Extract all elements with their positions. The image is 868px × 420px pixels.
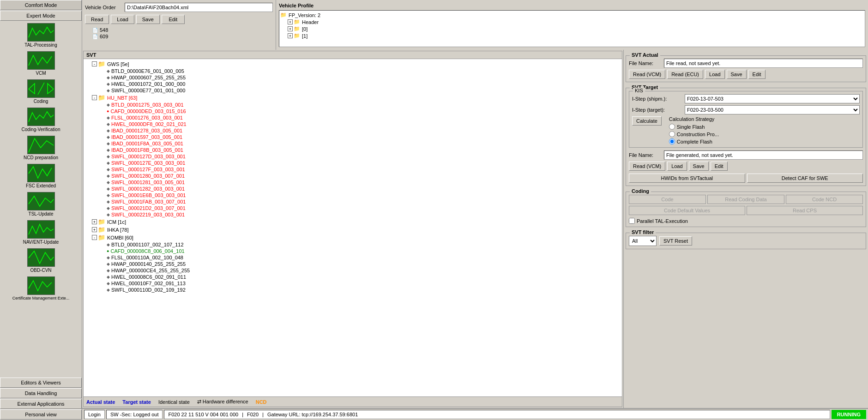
hunbt-swfl9[interactable]: ◆ SWFL_000021D2_003_007_001 (84, 205, 621, 211)
read-coding-data-btn[interactable]: Read Coding Data (707, 195, 784, 204)
sidebar-item-coding-verification[interactable]: Coding-Verification (0, 106, 82, 134)
sidebar-item-tsl-update[interactable]: TSL-Update (0, 190, 82, 218)
svt-target-save-btn[interactable]: Save (689, 162, 709, 171)
vehicle-order-input[interactable] (125, 3, 273, 12)
kombi-hwel2[interactable]: ◆ HWEL_000010F7_002_091_113 (84, 280, 621, 287)
gws-hwel[interactable]: ◆ HWEL_00001072_001_000_000 (84, 81, 621, 87)
header-expand[interactable]: + (288, 19, 293, 24)
svt-actual-save-btn[interactable]: Save (727, 70, 747, 79)
calculate-btn[interactable]: Calculate (632, 116, 662, 126)
svt-target-load-btn[interactable]: Load (667, 162, 687, 171)
legend-identical-state: Identical state (158, 399, 190, 405)
detect-caf-btn[interactable]: Detect CAF for SWE (747, 174, 863, 183)
svt-actual-edit-btn[interactable]: Edit (748, 70, 766, 79)
kombi-node[interactable]: - 📁 KOMBI [60] (84, 234, 621, 241)
svt-filter-select[interactable]: All (629, 236, 657, 246)
kombi-swfl[interactable]: ◆ SWFL_0000110D_002_109_192 (84, 287, 621, 293)
hunbt-swfl10[interactable]: ◆ SWFL_00002219_003_003_001 (84, 211, 621, 218)
construction-pro-radio[interactable]: Construction Pro... (669, 131, 719, 137)
save-btn[interactable]: Save (136, 15, 160, 24)
kombi-cafd[interactable]: ● CAFD_000008C8_006_004_101 (84, 248, 621, 254)
svt-actual-filename-input[interactable] (664, 59, 863, 68)
svt-tree[interactable]: - 📁 GWS [5e] ◆ BTLD_00000E76_001_000_005… (83, 59, 622, 397)
hunbt-ibad1[interactable]: ◆ IBAD_00001278_003_005_001 (84, 127, 621, 134)
parallel-tal-checkbox[interactable] (629, 218, 635, 224)
hunbt-swfl4[interactable]: ◆ SWFL_00001280_003_007_001 (84, 173, 621, 179)
hunbt-ibad2[interactable]: ◆ IBAD_00001597_003_005_001 (84, 134, 621, 140)
sidebar-item-vcm[interactable]: VCM (0, 49, 82, 78)
legend-target-state[interactable]: Target state (122, 399, 151, 405)
data-handling-btn[interactable]: Data Handling (0, 388, 82, 398)
istep-shipm-select[interactable]: F020-13-07-503 (685, 94, 860, 103)
hunbt-cafd[interactable]: ● CAFD_00000DED_003_015_016 (84, 108, 621, 114)
kombi-flsl[interactable]: ◆ FLSL_0000110A_002_100_048 (84, 254, 621, 261)
gws-node[interactable]: - 📁 GWS [5e] (84, 60, 621, 68)
gws-expand[interactable]: - (92, 61, 97, 66)
hunbt-flsl-label: FLSL_00001276_003_003_001 (111, 115, 183, 120)
hunbt-flsl[interactable]: ◆ FLSL_00001276_003_003_001 (84, 114, 621, 121)
read-btn[interactable]: Read (85, 15, 109, 24)
istep-target-select[interactable]: F020-23-03-500 (685, 105, 860, 114)
external-apps-btn[interactable]: External Applications (0, 399, 82, 409)
single-flash-radio[interactable]: Single Flash (669, 124, 719, 130)
comfort-mode-btn[interactable]: Comfort Mode (0, 0, 82, 10)
ihka-node[interactable]: + 📁 IHKA [78] (84, 226, 621, 234)
complete-flash-radio[interactable]: Complete Flash (669, 138, 719, 144)
hunbt-swfl2[interactable]: ◆ SWFL_0000127E_003_003_001 (84, 160, 621, 166)
kombi-hwel1[interactable]: ◆ HWEL_000008C6_002_091_011 (84, 274, 621, 280)
kombi-hwap1[interactable]: ◆ HWAP_00000140_255_255_255 (84, 261, 621, 267)
hunbt-hwel[interactable]: ◆ HWEL_00000DF8_002_021_021 (84, 121, 621, 127)
svt-target-edit-btn[interactable]: Edit (711, 162, 728, 171)
load-btn[interactable]: Load (111, 15, 134, 24)
gws-swfl[interactable]: ◆ SWFL_00000E77_001_001_000 (84, 87, 621, 94)
svt-actual-load-btn[interactable]: Load (705, 70, 724, 79)
sidebar-item-obd-cvn[interactable]: OBD-CVN (0, 246, 82, 275)
svt-target-filename-input[interactable] (664, 150, 863, 160)
expert-mode-btn[interactable]: Expert Mode (0, 11, 82, 21)
hunbt-btld[interactable]: ◆ BTLD_00001275_003_003_001 (84, 102, 621, 108)
sidebar-item-cert-mgmt[interactable]: Certificate Management Exte... (0, 275, 82, 302)
edit-btn[interactable]: Edit (162, 15, 185, 24)
code-default-values-btn[interactable]: Code Default Values (629, 206, 745, 215)
sidebar-item-coding[interactable]: Coding (0, 78, 82, 106)
sidebar-item-ncd-preparation[interactable]: NCD preparation (0, 134, 82, 162)
coding-buttons-row1: Code Read Coding Data Code NCD (629, 195, 863, 204)
svt-reset-btn[interactable]: SVT Reset (659, 236, 692, 246)
hunbt-expand[interactable]: - (92, 95, 97, 100)
item0-expand[interactable]: + (288, 26, 293, 31)
hunbt-swfl6[interactable]: ◆ SWFL_00001282_003_003_001 (84, 186, 621, 192)
legend-actual-state[interactable]: Actual state (86, 399, 115, 405)
read-cps-btn[interactable]: Read CPS (747, 206, 863, 215)
sidebar-item-tal-processing[interactable]: TAL-Processing (0, 21, 82, 49)
hunbt-swfl7[interactable]: ◆ SWFL_00001E6B_003_003_001 (84, 192, 621, 198)
svt-actual-read-ecu-btn[interactable]: Read (ECU) (667, 70, 703, 79)
gws-hwap[interactable]: ◆ HWAP_00000607_255_255_255 (84, 74, 621, 81)
hunbt-swfl3[interactable]: ◆ SWFL_0000127F_003_003_001 (84, 166, 621, 173)
kombi-hwap2[interactable]: ◆ HWAP_000000CE4_255_255_255 (84, 267, 621, 274)
icm-expand[interactable]: + (92, 219, 97, 224)
hunbt-ibad4[interactable]: ◆ IBAD_00001F8B_003_005_001 (84, 147, 621, 153)
status-bar: Login SW -Sec: Logged out F020 22 11 510… (82, 408, 868, 420)
gws-btld[interactable]: ◆ BTLD_00000E76_001_000_005 (84, 68, 621, 74)
hwids-btn[interactable]: HWIDs from SVTactual (629, 174, 745, 183)
ihka-expand[interactable]: + (92, 227, 97, 232)
hunbt-node[interactable]: - 📁 HU_NBT [63] (84, 94, 621, 102)
item1-expand[interactable]: + (288, 33, 293, 38)
kombi-expand[interactable]: - (92, 235, 97, 240)
hunbt-swfl5[interactable]: ◆ SWFL_00001281_003_005_001 (84, 179, 621, 186)
code-ncd-btn[interactable]: Code NCD (786, 195, 863, 204)
hunbt-swfl8[interactable]: ◆ SWFL_00001FAB_003_007_001 (84, 198, 621, 205)
sidebar-item-fsc-extended[interactable]: FSC Extended (0, 162, 82, 190)
svt-actual-read-vcm-btn[interactable]: Read (VCM) (629, 70, 665, 79)
kombi-btld[interactable]: ◆ BTLD_00001107_002_107_112 (84, 241, 621, 248)
svt-target-read-vcm-btn[interactable]: Read (VCM) (629, 162, 665, 171)
personal-view-btn[interactable]: Personal view (0, 409, 82, 420)
sidebar-item-nav-ent-update[interactable]: NAV/ENT-Update (0, 218, 82, 246)
code-btn[interactable]: Code (629, 195, 706, 204)
item0-label: [0] (302, 26, 307, 32)
hunbt-swfl1[interactable]: ◆ SWFL_0000127D_003_003_001 (84, 153, 621, 160)
icm-node[interactable]: + 📁 ICM [1c] (84, 218, 621, 226)
editors-viewers-btn[interactable]: Editors & Viewers (0, 378, 82, 388)
hunbt-ibad3[interactable]: ◆ IBAD_00001F8A_003_005_001 (84, 140, 621, 147)
fsc-extended-label: FSC Extended (26, 183, 56, 188)
